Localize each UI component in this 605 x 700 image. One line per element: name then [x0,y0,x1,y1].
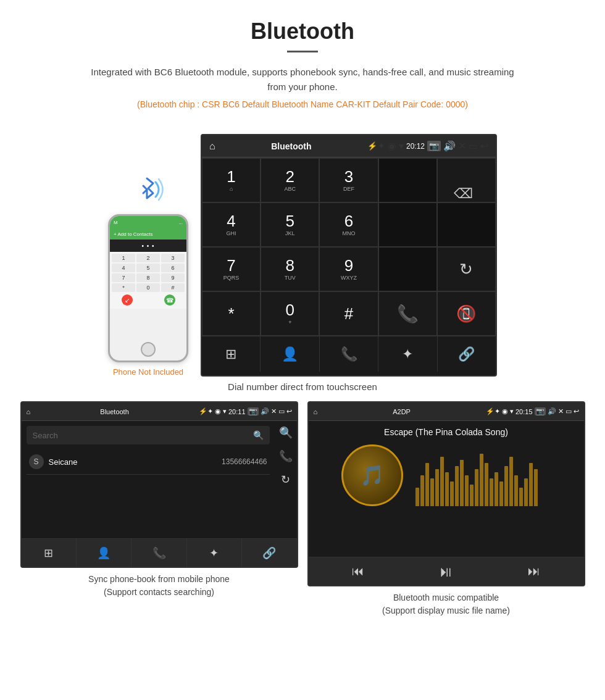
music-loc-icon: ◉ [502,407,508,415]
dialpad-bottom-bar: ⊞ 👤 📞 ✦ 🔗 [202,336,496,372]
dial-key-4[interactable]: 4 GHI [202,202,261,247]
dial-endcall-button[interactable]: 📵 [437,291,496,336]
pb-sig-icon: ▾ [223,407,227,415]
home-icon[interactable]: ⌂ [209,141,215,152]
pb-tab-link[interactable]: 🔗 [242,539,296,567]
title-underline [287,51,318,52]
pb-tab-grid[interactable]: ⊞ [22,539,77,567]
tab-dialpad-contacts[interactable]: 👤 [261,336,319,372]
phonebook-sidebar: 🔍 📞 ↻ [275,421,297,538]
dial-empty-2 [437,202,496,247]
music-rewind-button[interactable]: ⏮ [352,564,364,578]
dialpad-screen-title: Bluetooth [215,141,367,151]
usb-icon: ⚡ [367,141,377,151]
tab-dialpad-grid[interactable]: ⊞ [202,336,261,372]
dial-key-3[interactable]: 3 DEF [319,158,378,202]
tab-dialpad-phone[interactable]: 📞 [320,336,378,372]
dial-key-0[interactable]: 0 + [261,291,319,336]
music-usb-icon: ⚡ [486,407,494,415]
spec-text: (Bluetooth chip : CSR BC6 Default Blueto… [12,99,593,109]
pb-sidebar-search-icon[interactable]: 🔍 [279,426,293,440]
pb-sidebar-phone-icon[interactable]: 📞 [279,449,293,463]
music-cam-icon: 📷 [535,407,546,415]
dial-sync-button[interactable]: ↻ [437,247,496,291]
pb-tab-contacts[interactable]: 👤 [77,539,131,567]
music-caption: Bluetooth music compatible (Support disp… [307,591,585,617]
dial-key-9[interactable]: 9 WXYZ [319,247,378,291]
main-screen-container: M ... + Add to Contacts • • • 123 456 78… [80,134,525,377]
dial-key-hash[interactable]: # [319,291,378,336]
dial-key-2[interactable]: 2 ABC [261,158,319,202]
music-song-title: Escape (The Pina Colada Song) [384,427,508,437]
phonebook-search-bar[interactable]: Search 🔍 [27,426,270,444]
pb-x-icon: ✕ [271,407,277,415]
dial-key-star[interactable]: * [202,291,261,336]
pb-rect-icon: ▭ [278,407,285,415]
pb-loc-icon: ◉ [215,407,221,415]
screen-icon: ▭ [469,140,478,152]
pb-back-icon[interactable]: ↩ [286,407,292,415]
bluetooth-status-icon: ✦ [377,140,385,152]
pb-usb-icon: ⚡ [199,407,207,415]
page-title: Bluetooth [12,19,593,44]
music-title: A2DP [317,408,486,415]
music-caption-line2: (Support display music file name) [314,604,579,617]
dial-key-8[interactable]: 8 TUV [261,247,319,291]
phonebook-main: Search 🔍 S Seicane 13566664466 [22,421,275,538]
tab-dialpad-bluetooth[interactable]: ✦ [378,336,437,372]
bluetooth-waves-icon [130,171,167,208]
phonebook-caption-line1: Sync phone-book from mobile phone [27,573,292,586]
pb-tab-bluetooth[interactable]: ✦ [187,539,242,567]
back-icon[interactable]: ↩ [480,140,488,152]
equalizer-visualization [415,444,551,506]
music-caption-line1: Bluetooth music compatible [314,591,579,604]
music-car-screen: ⌂ A2DP ⚡ ✦ ◉ ▾ 20:15 📷 🔊 ✕ ▭ ↩ Escape (T… [307,401,585,586]
camera-icon: 📷 [427,141,441,151]
dial-key-7[interactable]: 7 PQRS [202,247,261,291]
pb-home-icon[interactable]: ⌂ [27,408,31,415]
music-note-icon: 🎵 [360,464,385,487]
music-rect-icon: ▭ [565,407,572,415]
dialpad-screen-header: ⌂ Bluetooth ⚡ ✦ ◉ ▾ 20:12 📷 🔊 ✕ ▭ ↩ [202,135,496,157]
phonebook-screen-wrap: ⌂ Bluetooth ⚡ ✦ ◉ ▾ 20:11 📷 🔊 ✕ ▭ ↩ [20,401,298,617]
search-icon: 🔍 [253,430,264,440]
time-display: 20:12 [406,142,425,151]
dial-call-button[interactable]: 📞 [378,291,437,336]
tab-dialpad-link[interactable]: 🔗 [438,336,496,372]
pb-sidebar-sync-icon[interactable]: ↻ [281,473,290,486]
dial-key-1[interactable]: 1 ⌂ [202,158,261,202]
music-back-icon[interactable]: ↩ [574,407,579,415]
phonebook-body: Search 🔍 S Seicane 13566664466 🔍 📞 ↻ [22,421,297,538]
dial-backspace-button[interactable]: ⌫ [437,158,496,202]
pb-title: Bluetooth [30,408,199,415]
album-art: 🎵 [341,444,403,506]
pb-status: ✦ ◉ ▾ 20:11 📷 🔊 ✕ ▭ ↩ [207,407,292,415]
music-bottom-bar: ⏮ ⏯ ⏭ [309,557,584,585]
phone-device-image: M ... + Add to Contacts • • • 123 456 78… [108,214,188,362]
music-status: ✦ ◉ ▾ 20:15 📷 🔊 ✕ ▭ ↩ [494,407,579,415]
contact-number: 13566664466 [222,457,267,466]
status-icons: ✦ ◉ ▾ 20:12 📷 🔊 ✕ ▭ ↩ [377,140,488,152]
phonebook-caption-line2: (Support contacts searching) [27,586,292,599]
music-home-icon[interactable]: ⌂ [314,408,318,415]
music-bt-icon: ✦ [494,407,500,415]
music-play-pause-button[interactable]: ⏯ [438,563,453,580]
contact-name: Seicane [49,457,222,467]
music-body: Escape (The Pina Colada Song) 🎵 [309,421,584,557]
description-text: Integrated with BC6 Bluetooth module, su… [86,65,519,94]
dial-key-5[interactable]: 5 JKL [261,202,319,247]
volume-icon: 🔊 [443,140,456,152]
music-time: 20:15 [515,408,533,415]
dialpad-car-screen: ⌂ Bluetooth ⚡ ✦ ◉ ▾ 20:12 📷 🔊 ✕ ▭ ↩ 1 ⌂ [201,134,497,377]
pb-tab-phone[interactable]: 📞 [131,539,186,567]
dial-key-6[interactable]: 6 MNO [319,202,378,247]
dial-caption: Dial number direct from touchscreen [0,381,605,392]
contact-row[interactable]: S Seicane 13566664466 [27,449,270,475]
music-forward-button[interactable]: ⏭ [528,564,540,578]
dial-empty-1 [378,202,437,247]
music-sig-icon: ▾ [510,407,514,415]
dialpad-grid: 1 ⌂ 2 ABC 3 DEF ⌫ 4 GHI 5 JKL [202,157,496,336]
signal-icon: ▾ [399,140,404,152]
contact-avatar: S [29,454,44,469]
music-vol-icon: 🔊 [548,407,556,415]
